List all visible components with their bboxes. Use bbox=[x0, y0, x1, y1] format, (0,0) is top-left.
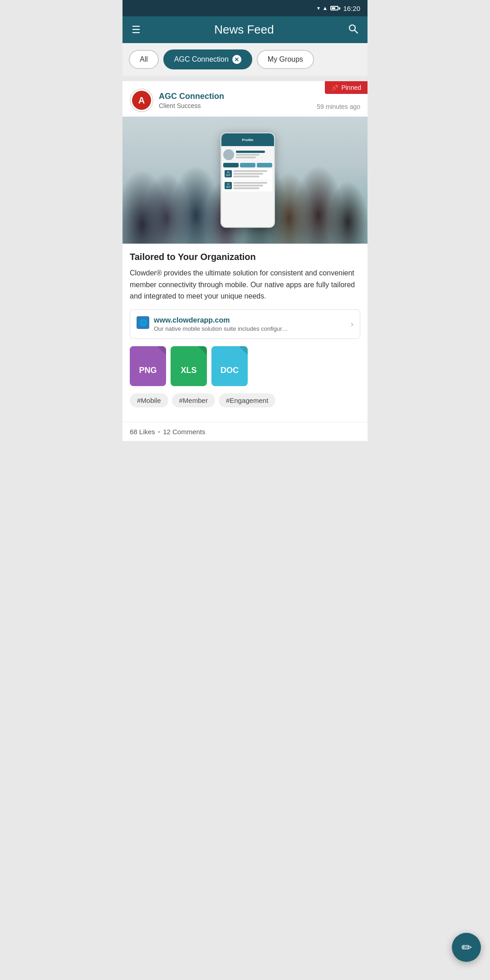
link-icon: 🌐 bbox=[137, 316, 149, 329]
search-icon[interactable] bbox=[348, 23, 358, 37]
post-body: Tailored to Your Organization Clowder® p… bbox=[122, 244, 368, 422]
comments-count: 12 Comments bbox=[163, 428, 205, 436]
battery-icon bbox=[330, 6, 340, 10]
header-title: News Feed bbox=[214, 23, 274, 37]
post-card: 📌 Pinned A AGC Connection Client Success… bbox=[122, 81, 368, 441]
pinned-badge: 📌 Pinned bbox=[325, 81, 368, 94]
separator-dot: • bbox=[158, 428, 160, 436]
tab-my-groups[interactable]: My Groups bbox=[257, 50, 314, 69]
hashtags: #Mobile #Member #Engagement bbox=[130, 393, 360, 407]
header: ☰ News Feed bbox=[122, 16, 368, 43]
filter-tabs: All AGC Connection ✕ My Groups bbox=[122, 43, 368, 76]
tab-close-icon[interactable]: ✕ bbox=[232, 55, 241, 64]
file-xls[interactable]: XLS bbox=[171, 346, 207, 386]
tab-agc-connection[interactable]: AGC Connection ✕ bbox=[163, 49, 252, 69]
status-time: 16:20 bbox=[343, 5, 360, 12]
chevron-right-icon: › bbox=[351, 319, 353, 329]
post-title: Tailored to Your Organization bbox=[130, 251, 360, 263]
status-icons: ▾ ▲ 16:20 bbox=[317, 5, 360, 12]
hashtag-member[interactable]: #Member bbox=[172, 393, 215, 407]
link-preview[interactable]: 🌐 www.clowderapp.com Our native mobile s… bbox=[130, 309, 360, 339]
card-time: 59 minutes ago bbox=[317, 103, 360, 110]
file-ext-png: PNG bbox=[139, 366, 157, 375]
wifi-icon: ▾ bbox=[317, 5, 320, 11]
link-url: www.clowderapp.com bbox=[154, 316, 351, 324]
post-image: Profile bbox=[122, 117, 368, 244]
phone-mockup: Profile bbox=[220, 132, 275, 228]
link-description: Our native mobile solution suite include… bbox=[154, 325, 290, 332]
card-meta: AGC Connection Client Success bbox=[159, 92, 311, 109]
file-doc[interactable]: DOC bbox=[211, 346, 248, 386]
file-attachments: PNG XLS DOC bbox=[130, 346, 360, 386]
svg-line-1 bbox=[355, 30, 358, 33]
hashtag-mobile[interactable]: #Mobile bbox=[130, 393, 168, 407]
file-ext-xls: XLS bbox=[181, 366, 196, 375]
avatar: A bbox=[130, 88, 153, 112]
file-ext-doc: DOC bbox=[220, 366, 239, 375]
card-footer: 68 Likes • 12 Comments bbox=[122, 422, 368, 441]
status-bar: ▾ ▲ 16:20 bbox=[122, 0, 368, 16]
pin-icon: 📌 bbox=[331, 84, 338, 91]
menu-icon[interactable]: ☰ bbox=[132, 24, 141, 36]
signal-icon: ▲ bbox=[323, 5, 328, 11]
post-text: Clowder® provides the ultimate solution … bbox=[130, 267, 360, 302]
likes-count: 68 Likes bbox=[130, 428, 155, 436]
card-subtitle: Client Success bbox=[159, 102, 311, 109]
file-png[interactable]: PNG bbox=[130, 346, 166, 386]
hashtag-engagement[interactable]: #Engagement bbox=[219, 393, 275, 407]
group-name: AGC Connection bbox=[159, 92, 311, 101]
tab-all[interactable]: All bbox=[129, 50, 159, 69]
